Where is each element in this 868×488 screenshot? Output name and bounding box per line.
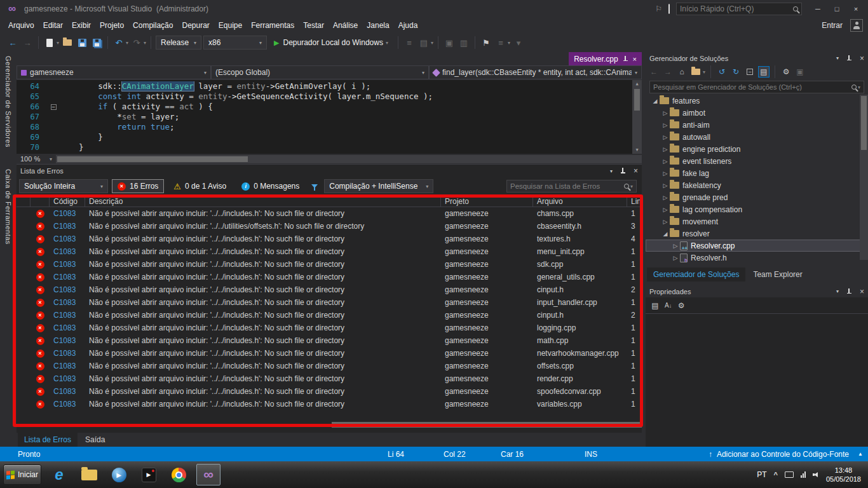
minimize-button[interactable]: ─: [808, 2, 827, 16]
taskbar-chrome-icon[interactable]: [166, 464, 191, 485]
menu-item-testar[interactable]: Testar: [299, 18, 329, 32]
error-row[interactable]: ×C1083Não é possível abrir arquivo inclu…: [17, 385, 642, 398]
tree-arrow-icon[interactable]: ◢: [651, 98, 660, 104]
tree-arrow-icon[interactable]: ▷: [671, 255, 680, 261]
tab-error-list[interactable]: Lista de Erros: [18, 433, 78, 447]
error-code-link[interactable]: C1083: [50, 234, 85, 243]
error-row[interactable]: ×C1083Não é possível abrir arquivo inclu…: [17, 398, 642, 410]
error-code-link[interactable]: C1083: [50, 362, 85, 370]
header-description[interactable]: Descrição: [85, 196, 441, 207]
open-file-icon[interactable]: [61, 36, 74, 50]
error-code-link[interactable]: C1083: [50, 374, 85, 383]
menu-item-arquivo[interactable]: Arquivo: [4, 18, 39, 32]
collapse-all-icon[interactable]: −: [744, 66, 756, 78]
redo-icon[interactable]: ↷: [130, 36, 143, 50]
language-indicator[interactable]: PT: [757, 470, 766, 479]
tree-arrow-icon[interactable]: ▷: [661, 134, 670, 140]
menu-item-ajuda[interactable]: Ajuda: [394, 18, 423, 32]
taskbar-video-tool-icon[interactable]: ▶: [137, 464, 161, 485]
error-row[interactable]: ×C1083Não é possível abrir arquivo inclu…: [17, 372, 642, 385]
header-file[interactable]: Arquivo: [533, 196, 627, 207]
maximize-button[interactable]: □: [827, 2, 846, 16]
tree-arrow-icon[interactable]: ▷: [661, 207, 670, 213]
errors-filter-button[interactable]: × 16 Erros: [112, 179, 164, 193]
categorized-icon[interactable]: ▤: [649, 300, 661, 311]
close-panel-icon[interactable]: ×: [860, 54, 864, 63]
error-row[interactable]: ×C1083Não é possível abrir arquivo inclu…: [17, 334, 642, 347]
toolbox-icon[interactable]: ▥: [458, 36, 470, 50]
error-row[interactable]: ×C1083Não é possível abrir arquivo inclu…: [17, 283, 642, 296]
error-row[interactable]: ×C1083Não é possível abrir arquivo inclu…: [17, 309, 642, 322]
configuration-dropdown[interactable]: Release ▾: [156, 36, 201, 50]
error-list-caption[interactable]: Lista de Erros ▾ ×: [17, 165, 642, 177]
comment-icon[interactable]: ≡: [494, 36, 507, 50]
tree-item-event-listeners[interactable]: ▷event listeners: [646, 155, 868, 167]
nav-back-icon[interactable]: ←: [648, 66, 660, 78]
menu-item-ferramentas[interactable]: Ferramentas: [247, 18, 299, 32]
menu-item-an-lise[interactable]: Análise: [329, 18, 362, 32]
pin-icon[interactable]: [846, 55, 852, 62]
code-text[interactable]: return true;: [60, 122, 642, 132]
bookmark-icon[interactable]: ⚑: [480, 36, 492, 50]
show-all-files-icon[interactable]: ▤: [758, 66, 770, 78]
scroll-down-icon[interactable]: ▼: [635, 146, 638, 154]
menu-item-exibir[interactable]: Exibir: [67, 18, 95, 32]
tab-team-explorer[interactable]: Team Explorer: [747, 268, 808, 281]
scroll-up-icon[interactable]: ▲: [635, 80, 638, 88]
code-text[interactable]: *set = layer;: [60, 112, 642, 122]
error-code-link[interactable]: C1083: [50, 349, 85, 358]
save-icon[interactable]: [76, 36, 88, 50]
refresh-icon[interactable]: ↻: [730, 66, 742, 78]
undo-icon[interactable]: ↶: [112, 36, 125, 50]
tray-expand-icon[interactable]: ^: [774, 471, 778, 478]
notifications-flag-icon[interactable]: ⚐: [655, 4, 662, 13]
solution-explorer-caption[interactable]: Gerenciador de Soluções ▾ ×: [646, 52, 868, 64]
error-row[interactable]: ×C1083Não é possível abrir arquivo inclu…: [17, 207, 642, 220]
editor-horizontal-scrollbar[interactable]: [56, 155, 642, 163]
error-code-link[interactable]: C1083: [50, 400, 85, 409]
tab-solution-explorer[interactable]: Gerenciador de Soluções: [647, 268, 745, 281]
side-tab-gerenciador-de-servidores[interactable]: Gerenciador de Servidores: [4, 56, 12, 147]
tree-arrow-icon[interactable]: ◢: [661, 231, 670, 237]
list-members-icon[interactable]: ≡: [403, 36, 416, 50]
header-line[interactable]: Linha: [627, 196, 642, 207]
error-code-link[interactable]: C1083: [50, 260, 85, 269]
taskbar-clock[interactable]: 13:48 05/05/2018: [826, 466, 861, 484]
scope-filter-icon[interactable]: [690, 66, 702, 78]
header-severity[interactable]: [31, 196, 50, 207]
menu-item-depurar[interactable]: Depurar: [177, 18, 214, 32]
project-dropdown[interactable]: gamesneeze ▾: [17, 65, 211, 79]
intellisense-filter-icon[interactable]: [311, 184, 318, 188]
error-code-link[interactable]: C1083: [50, 323, 85, 332]
scrollbar-thumb[interactable]: [57, 156, 248, 162]
code-editor[interactable]: 64 sdk::CAnimationLayer layer = entity->…: [17, 80, 642, 154]
property-pages-gear-icon[interactable]: ⚙: [675, 300, 687, 311]
tree-arrow-icon[interactable]: ▷: [661, 122, 670, 128]
sign-in-link[interactable]: Entrar: [822, 21, 843, 30]
scrollbar-thumb[interactable]: [634, 89, 640, 111]
properties-caption[interactable]: Propriedades ▾ ×: [646, 285, 868, 297]
platform-dropdown[interactable]: x86 ▾: [203, 36, 267, 50]
warnings-filter-button[interactable]: ⚠ 0 de 1 Aviso: [168, 179, 232, 194]
taskbar-explorer-icon[interactable]: [77, 464, 101, 485]
solution-search-input[interactable]: [653, 83, 849, 91]
error-code-link[interactable]: C1083: [50, 298, 85, 307]
tree-item-fake-lag[interactable]: ▷fake lag: [646, 167, 868, 179]
window-position-icon[interactable]: ▾: [836, 288, 839, 294]
properties-window-icon[interactable]: ▣: [443, 36, 456, 50]
nav-forward-icon[interactable]: →: [662, 66, 674, 78]
error-row[interactable]: ×C1083Não é possível abrir arquivo inclu…: [17, 347, 642, 360]
code-text[interactable]: const int activity = entity->GetSequence…: [60, 92, 642, 102]
source-control-button[interactable]: ↑ Adicionar ao Controle do Código-Fonte: [709, 450, 849, 459]
tree-item-resolver[interactable]: ◢resolver: [646, 227, 868, 240]
error-code-link[interactable]: C1083: [50, 209, 85, 218]
scope-dropdown[interactable]: (Escopo Global) ▾: [211, 65, 429, 79]
start-debug-button[interactable]: ▶ Depurador Local do Windows ▾: [269, 36, 393, 50]
menu-item-editar[interactable]: Editar: [39, 18, 67, 32]
code-text[interactable]: if ( activity == act ) {: [60, 102, 642, 112]
volume-tray-icon[interactable]: [813, 471, 819, 478]
error-code-link[interactable]: C1083: [50, 336, 85, 345]
toolbar-overflow-icon[interactable]: ▾: [512, 36, 525, 50]
statusbar-expand-icon[interactable]: ▲: [858, 451, 863, 457]
tree-arrow-icon[interactable]: ▷: [661, 194, 670, 201]
